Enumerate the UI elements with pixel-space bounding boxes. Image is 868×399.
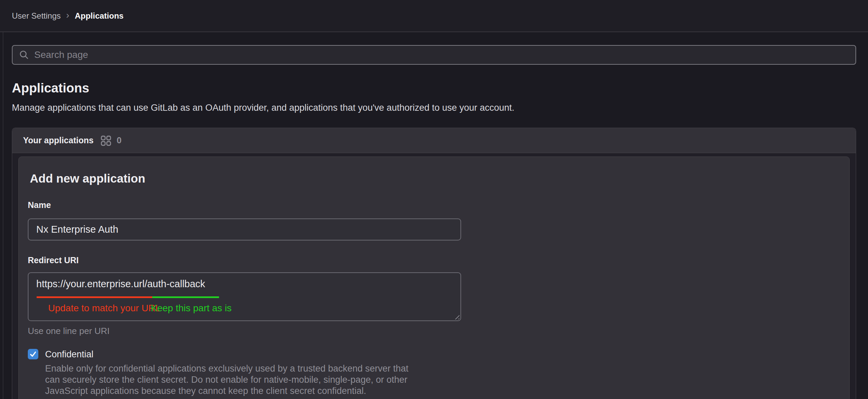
page-content: Applications Manage applications that ca…: [0, 45, 868, 399]
confidential-description-line: JavaScript applications because they can…: [45, 385, 409, 397]
confidential-text-column: Confidential Enable only for confidentia…: [45, 349, 409, 397]
redirect-uri-textarea[interactable]: https://your.enterprise.url/auth-callbac…: [28, 272, 461, 321]
annotation-label-green: Keep this part as is: [151, 303, 232, 314]
redirect-uri-field-label: Redirect URI: [28, 255, 840, 265]
confidential-checkbox-label[interactable]: Confidential: [45, 349, 409, 360]
your-applications-body: Add new application Name Redirect URI ht…: [12, 153, 856, 399]
your-applications-header: Your applications 0: [12, 128, 856, 153]
your-applications-title: Your applications: [23, 135, 94, 145]
add-new-application-card: Add new application Name Redirect URI ht…: [18, 156, 850, 399]
redirect-uri-value: https://your.enterprise.url/auth-callbac…: [36, 278, 205, 290]
breadcrumb: User Settings › Applications: [12, 11, 123, 21]
textarea-resize-handle[interactable]: [453, 313, 459, 319]
confidential-description-line: can securely store the client secret. Do…: [45, 374, 409, 385]
search-box[interactable]: [12, 45, 856, 65]
confidential-checkbox-row: Confidential Enable only for confidentia…: [28, 349, 840, 397]
applications-grid-icon: [100, 135, 111, 146]
gitlab-applications-settings-page: User Settings › Applications Application…: [0, 0, 868, 399]
your-applications-card: Your applications 0 Add new application …: [12, 128, 856, 399]
add-new-application-heading: Add new application: [28, 172, 840, 185]
page-title: Applications: [12, 81, 856, 96]
breadcrumb-user-settings-link[interactable]: User Settings: [12, 11, 61, 21]
confidential-checkbox[interactable]: [28, 349, 38, 359]
left-gutter-divider: [3, 32, 3, 399]
page-description: Manage applications that can use GitLab …: [12, 103, 856, 113]
breadcrumb-current-page: Applications: [75, 11, 123, 21]
annotation-label-red: Update to match your URL: [48, 303, 161, 314]
name-field-label: Name: [28, 200, 840, 210]
checkmark-icon: [29, 350, 37, 358]
confidential-description-line: Enable only for confidential application…: [45, 363, 409, 374]
applications-count-badge: 0: [117, 135, 121, 146]
top-bar: User Settings › Applications: [0, 0, 868, 32]
annotation-underline-red: [37, 296, 152, 298]
search-input[interactable]: [34, 49, 849, 60]
search-icon: [19, 49, 29, 60]
name-input[interactable]: [28, 218, 461, 240]
confidential-description: Enable only for confidential application…: [45, 363, 409, 397]
redirect-uri-help-text: Use one line per URI: [28, 326, 840, 336]
breadcrumb-chevron-icon: ›: [66, 11, 69, 19]
annotation-underline-green: [152, 296, 219, 298]
